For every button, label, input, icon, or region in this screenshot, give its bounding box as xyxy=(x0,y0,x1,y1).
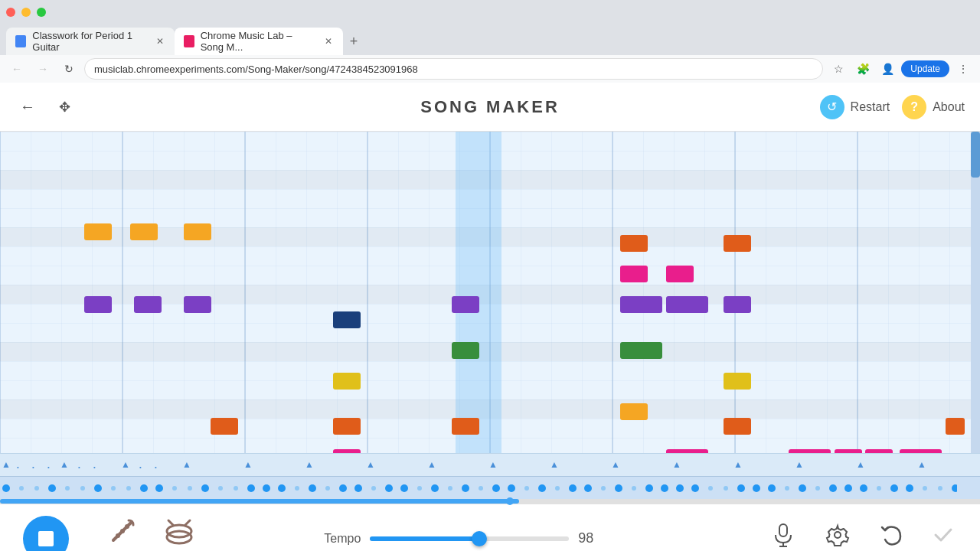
svg-point-54 xyxy=(234,486,238,491)
about-button[interactable]: ? About xyxy=(902,95,965,119)
svg-line-109 xyxy=(185,520,190,525)
extension-icon[interactable]: 🧩 xyxy=(852,58,874,80)
position-thumb[interactable] xyxy=(506,497,514,505)
menu-icon[interactable]: ⋮ xyxy=(952,58,974,80)
svg-point-62 xyxy=(354,484,362,492)
note-6[interactable] xyxy=(211,418,238,435)
minimize-btn[interactable] xyxy=(21,8,31,17)
svg-text:▲: ▲ xyxy=(2,459,11,470)
svg-point-63 xyxy=(371,486,376,491)
new-tab-btn[interactable]: + xyxy=(343,31,364,52)
note-4[interactable] xyxy=(134,296,162,313)
tempo-slider-thumb[interactable] xyxy=(472,531,487,546)
scrollbar[interactable] xyxy=(971,132,980,453)
svg-point-50 xyxy=(172,486,177,491)
svg-text:▲: ▲ xyxy=(488,459,498,470)
svg-text:▲: ▲ xyxy=(121,459,130,470)
svg-point-82 xyxy=(661,484,668,492)
note-3[interactable] xyxy=(84,296,112,313)
svg-text:▲: ▲ xyxy=(366,459,375,470)
svg-point-59 xyxy=(309,484,316,492)
undo-icon xyxy=(879,521,906,549)
note-19[interactable] xyxy=(620,403,648,420)
note-13[interactable] xyxy=(452,342,479,359)
rhythm-triangles-svg: ▲ • ▲ ▲ ▲ ▲ ▲ ▲ ▲ ▲ ▲ ▲ ▲ ▲ ▲ ▲ ▲ • • • … xyxy=(0,454,957,477)
svg-point-93 xyxy=(829,484,837,492)
note-10[interactable] xyxy=(333,418,361,435)
svg-point-97 xyxy=(890,484,898,492)
note-35[interactable] xyxy=(946,418,965,435)
omnibar: ← → ↻ musiclab.chromeexperiments.com/Son… xyxy=(0,55,980,83)
scrollbar-thumb[interactable] xyxy=(971,132,980,178)
note-20[interactable] xyxy=(666,266,694,282)
svg-text:•: • xyxy=(78,464,80,471)
note-5[interactable] xyxy=(184,296,211,313)
tab-classwork[interactable]: Classwork for Period 1 Guitar ✕ xyxy=(6,28,175,55)
restart-button[interactable]: ↺ Restart xyxy=(820,95,890,119)
svg-point-52 xyxy=(201,484,209,492)
tab-songmaker[interactable]: Chrome Music Lab – Song M... ✕ xyxy=(175,28,343,55)
forward-nav-btn[interactable]: → xyxy=(32,58,54,80)
back-nav-btn[interactable]: ← xyxy=(6,58,28,80)
svg-point-70 xyxy=(479,486,483,491)
tab-classwork-close[interactable]: ✕ xyxy=(155,35,165,47)
url-text: musiclab.chromeexperiments.com/Song-Make… xyxy=(94,64,418,75)
mic-icon xyxy=(769,521,797,549)
maximize-btn[interactable] xyxy=(37,8,46,17)
note-0[interactable] xyxy=(84,223,112,240)
note-15[interactable] xyxy=(620,235,648,252)
note-16[interactable] xyxy=(620,266,648,282)
note-8[interactable] xyxy=(333,311,361,328)
note-2[interactable] xyxy=(184,223,211,240)
note-24[interactable] xyxy=(724,296,751,313)
reload-nav-btn[interactable]: ↻ xyxy=(58,58,80,80)
svg-text:•: • xyxy=(17,464,19,471)
svg-text:▲: ▲ xyxy=(550,459,559,470)
svg-point-60 xyxy=(325,486,330,491)
tab-songmaker-close[interactable]: ✕ xyxy=(323,35,334,47)
position-indicator[interactable] xyxy=(0,499,980,504)
note-18[interactable] xyxy=(620,342,662,359)
app-header: ← ✥ SONG MAKER ↺ Restart ? About xyxy=(0,83,980,132)
svg-rect-11 xyxy=(0,170,980,189)
note-25[interactable] xyxy=(724,373,751,390)
undo-tool[interactable]: Undo xyxy=(879,521,906,551)
tempo-slider[interactable] xyxy=(370,536,569,541)
svg-point-96 xyxy=(877,486,881,491)
play-stop-button[interactable] xyxy=(23,516,69,552)
note-26[interactable] xyxy=(724,418,751,435)
save-tool[interactable]: Save xyxy=(929,521,957,551)
note-14[interactable] xyxy=(452,418,479,435)
note-17[interactable] xyxy=(620,296,662,313)
close-btn[interactable] xyxy=(6,8,15,17)
svg-text:▲: ▲ xyxy=(60,459,69,470)
svg-point-89 xyxy=(768,484,776,492)
settings-icon xyxy=(824,521,851,549)
woodwind-instrument[interactable]: Woodwind xyxy=(100,513,145,551)
expand-button[interactable]: ✥ xyxy=(52,95,77,119)
mic-tool[interactable]: Mic xyxy=(769,521,797,551)
svg-text:▲: ▲ xyxy=(305,459,314,470)
tempo-value: 98 xyxy=(578,530,609,546)
svg-point-99 xyxy=(923,486,927,491)
svg-point-105 xyxy=(120,529,125,533)
note-1[interactable] xyxy=(130,223,158,240)
note-23[interactable] xyxy=(724,235,751,252)
settings-tool[interactable]: Settings xyxy=(820,521,856,551)
star-icon[interactable]: ☆ xyxy=(828,58,849,80)
song-grid[interactable] xyxy=(0,132,980,453)
kit-instrument[interactable]: Kit xyxy=(161,513,198,551)
svg-text:▲: ▲ xyxy=(856,459,865,470)
svg-point-65 xyxy=(400,484,408,492)
profile-icon[interactable]: 👤 xyxy=(877,58,898,80)
note-12[interactable] xyxy=(452,296,479,313)
save-icon xyxy=(929,521,957,549)
note-21[interactable] xyxy=(666,296,708,313)
svg-point-47 xyxy=(126,486,131,491)
back-button[interactable]: ← xyxy=(15,95,40,119)
url-bar[interactable]: musiclab.chromeexperiments.com/Song-Make… xyxy=(84,58,823,80)
bottom-toolbar: Woodwind Kit Tempo 98 xyxy=(0,504,980,551)
svg-point-46 xyxy=(111,486,116,491)
note-9[interactable] xyxy=(333,373,361,390)
update-button[interactable]: Update xyxy=(901,60,949,77)
